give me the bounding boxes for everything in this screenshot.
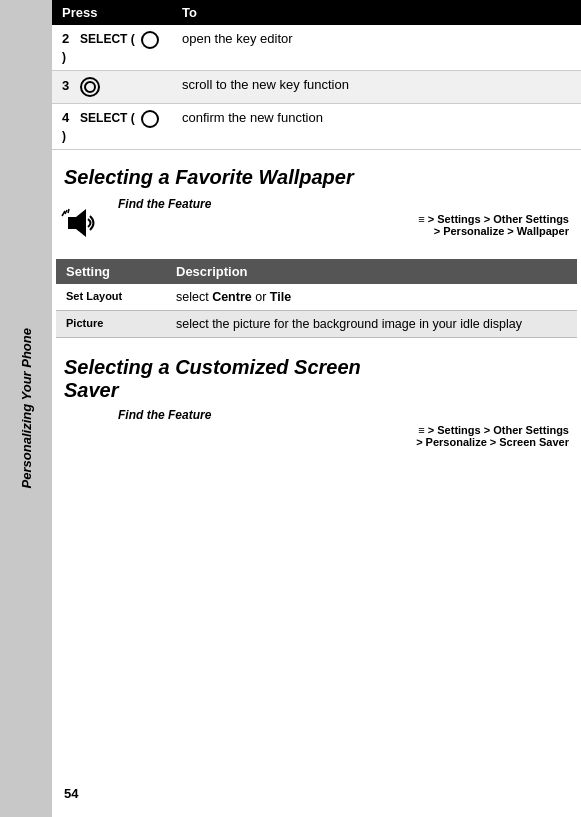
setting-picture: Picture [56,311,166,338]
settings-table: Setting Description Set Layout select Ce… [56,259,577,338]
scroll-nav-icon [80,77,100,97]
desc-picture: select the picture for the background im… [166,311,577,338]
setting-header: Setting [56,259,166,284]
table-row: 3 scroll to the new key function [52,71,581,104]
table-row: 4 SELECT ( ) confirm the new function [52,104,581,150]
row3-press: 3 [52,71,172,104]
row2-to: open the key editor [172,25,581,71]
setting-set-layout: Set Layout [56,284,166,311]
description-header: Description [166,259,577,284]
section2-heading: Selecting a Customized Screen Saver [52,338,581,408]
key-table: Press To 2 SELECT ( ) open the key edito… [52,0,581,150]
press-header: Press [52,0,172,25]
find-feature-label2: Find the Feature [118,408,569,422]
svg-marker-1 [76,209,86,237]
path-text: > Settings > Other Settings> Personalize… [428,213,569,237]
find-feature-path2: ≡ > Settings > Other Settings> Personali… [118,424,569,448]
menu-icon-sym: ≡ [418,213,424,225]
find-feature-block2: Find the Feature ≡ > Settings > Other Se… [118,408,569,448]
row4-to: confirm the new function [172,104,581,150]
nav-circle-icon2 [141,110,159,128]
find-feature-label: Find the Feature [118,197,569,211]
section2-find-feature: Find the Feature ≡ > Settings > Other Se… [52,408,581,470]
svg-rect-0 [68,217,76,229]
row4-press: 4 SELECT ( ) [52,104,172,150]
svg-line-3 [65,210,67,214]
row3-to: scroll to the new key function [172,71,581,104]
find-feature-block: Find the Feature ≡ > Settings > Other Se… [118,197,569,237]
table-row: 2 SELECT ( ) open the key editor [52,25,581,71]
section1-find-feature: Find the Feature ≡ > Settings > Other Se… [52,197,581,259]
section1-heading: Selecting a Favorite Wallpaper [52,150,581,197]
menu-icon-sym2: ≡ [418,424,424,436]
table-row: Set Layout select Centre or Tile [56,284,577,311]
path-text2: > Settings > Other Settings> Personalize… [416,424,569,448]
sidebar-label: Personalizing Your Phone [19,328,34,488]
section2-heading-line2: Saver [64,379,119,401]
table-row: Picture select the picture for the backg… [56,311,577,338]
sidebar: Personalizing Your Phone [0,0,52,817]
row4-num: 4 [62,110,69,125]
page-number: 54 [64,786,78,801]
desc-set-layout: select Centre or Tile [166,284,577,311]
find-feature-path: ≡ > Settings > Other Settings> Personali… [118,213,569,237]
row3-num: 3 [62,78,69,93]
speaker-icon [56,197,108,249]
row2-num: 2 [62,31,69,46]
svg-line-4 [68,209,69,213]
main-content: Press To 2 SELECT ( ) open the key edito… [52,0,581,817]
speaker-icon2 [56,408,108,460]
to-header: To [172,0,581,25]
nav-circle-icon [141,31,159,49]
row2-press: 2 SELECT ( ) [52,25,172,71]
section2-heading-line1: Selecting a Customized Screen [64,356,361,378]
